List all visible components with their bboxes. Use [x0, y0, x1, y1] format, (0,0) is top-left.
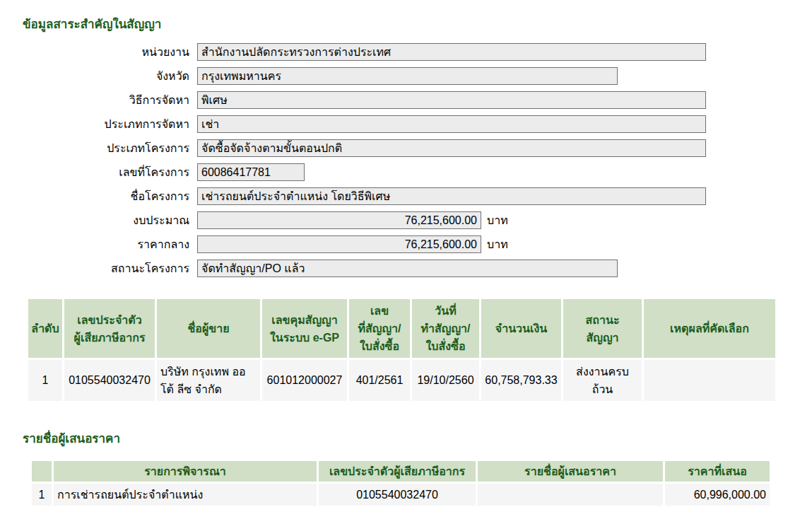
procurement-type-label: ประเภทการจัดหา	[0, 115, 189, 133]
cell-tax-id: 0105540032470	[64, 360, 155, 401]
cell-contract-status: ส่งงานครบ ถ้วน	[563, 360, 642, 401]
page: ข้อมูลสาระสำคัญในสัญญา หน่วยงาน จังหวัด …	[0, 0, 812, 508]
form-row-project-number: เลขที่โครงการ	[0, 163, 812, 181]
province-label: จังหวัด	[0, 67, 189, 85]
col-header-amount: จำนวนเงิน	[481, 299, 561, 358]
col-header-tax-id: เลขประจำตัว ผู้เสียภาษีอากร	[64, 299, 155, 358]
project-status-field[interactable]	[197, 260, 618, 277]
reference-price-currency-unit: บาท	[487, 235, 508, 253]
project-type-label: ประเภทโครงการ	[0, 139, 189, 157]
col-header-consideration-item: รายการพิจารณา	[54, 461, 317, 482]
bidders-section-title: รายชื่อผู้เสนอราคา	[23, 429, 812, 448]
cell-offered-price: 60,996,000.00	[665, 484, 770, 506]
cell-seq: 1	[28, 360, 62, 401]
cell-contract-date: 19/10/2560	[412, 360, 479, 401]
col-header-contract-status: สถานะ สัญญา	[563, 299, 642, 358]
cell-selection-reason	[644, 360, 775, 401]
department-field[interactable]	[197, 43, 706, 61]
col-header-offered-price: ราคาที่เสนอ	[665, 461, 770, 482]
col-header-vendor-name: ชื่อผู้ขาย	[157, 299, 260, 358]
budget-label: งบประมาณ	[0, 211, 189, 229]
form-row-procurement-method: วิธีการจัดหา	[0, 91, 812, 109]
cell-amount: 60,758,793.33	[481, 360, 561, 401]
budget-currency-unit: บาท	[487, 211, 508, 229]
col-header-egp-contract-no: เลขคุมสัญญา ในระบบ e-GP	[262, 299, 347, 358]
col-header-contract-po-no: เลข ที่สัญญา/ ใบสั่งซื้อ	[349, 299, 410, 358]
cell-bidder-seq: 1	[32, 484, 52, 506]
cell-egp-contract-no: 601012000027	[262, 360, 347, 401]
project-type-field[interactable]	[197, 139, 706, 157]
cell-contract-po-no: 401/2561	[349, 360, 410, 401]
form-row-project-status: สถานะโครงการ	[0, 260, 812, 277]
project-name-field[interactable]	[197, 187, 706, 205]
col-header-selection-reason: เหตุผลที่คัดเลือก	[644, 299, 775, 358]
bidders-table-header-row: รายการพิจารณา เลขประจำตัวผู้เสียภาษีอากร…	[32, 461, 770, 482]
contract-info-form: หน่วยงาน จังหวัด วิธีการจัดหา ประเภทการจ…	[0, 43, 812, 277]
form-row-reference-price: ราคากลาง บาท	[0, 235, 812, 253]
project-name-label: ชื่อโครงการ	[0, 187, 189, 205]
contract-table: ลำดับ เลขประจำตัว ผู้เสียภาษีอากร ชื่อผู…	[26, 297, 777, 403]
procurement-method-label: วิธีการจัดหา	[0, 91, 189, 109]
contract-info-section-title: ข้อมูลสาระสำคัญในสัญญา	[23, 0, 812, 33]
cell-vendor-name: บริษัท กรุงเทพ ออ โต้ ลีซ จำกัด	[157, 360, 260, 401]
form-row-department: หน่วยงาน	[0, 43, 812, 61]
cell-consideration-item: การเช่ารถยนต์ประจำตำแหน่ง	[54, 484, 317, 506]
project-status-label: สถานะโครงการ	[0, 260, 189, 277]
col-header-bidder-tax-id: เลขประจำตัวผู้เสียภาษีอากร	[319, 461, 476, 482]
cell-bidder-tax-id: 0105540032470	[319, 484, 476, 506]
contract-table-header-row: ลำดับ เลขประจำตัว ผู้เสียภาษีอากร ชื่อผู…	[28, 299, 775, 358]
bidders-table-row: 1 การเช่ารถยนต์ประจำตำแหน่ง 010554003247…	[32, 484, 770, 506]
form-row-budget: งบประมาณ บาท	[0, 211, 812, 229]
bidders-table: รายการพิจารณา เลขประจำตัวผู้เสียภาษีอากร…	[30, 459, 772, 508]
budget-field[interactable]	[197, 211, 481, 229]
col-header-blank	[32, 461, 52, 482]
col-header-contract-date: วันที่ ทำสัญญา/ ใบสั่งซื้อ	[412, 299, 479, 358]
project-number-label: เลขที่โครงการ	[0, 163, 189, 181]
form-row-project-name: ชื่อโครงการ	[0, 187, 812, 205]
form-row-province: จังหวัด	[0, 67, 812, 85]
cell-bidder-name	[478, 484, 663, 506]
contract-table-row: 1 0105540032470 บริษัท กรุงเทพ ออ โต้ ลี…	[28, 360, 775, 401]
department-label: หน่วยงาน	[0, 43, 189, 61]
col-header-seq: ลำดับ	[28, 299, 62, 358]
form-row-procurement-type: ประเภทการจัดหา	[0, 115, 812, 133]
reference-price-field[interactable]	[197, 235, 481, 253]
reference-price-label: ราคากลาง	[0, 235, 189, 253]
province-field[interactable]	[197, 67, 618, 85]
project-number-field[interactable]	[197, 163, 305, 181]
procurement-type-field[interactable]	[197, 115, 706, 133]
form-row-project-type: ประเภทโครงการ	[0, 139, 812, 157]
col-header-bidder-name: รายชื่อผู้เสนอราคา	[478, 461, 663, 482]
procurement-method-field[interactable]	[197, 91, 706, 109]
